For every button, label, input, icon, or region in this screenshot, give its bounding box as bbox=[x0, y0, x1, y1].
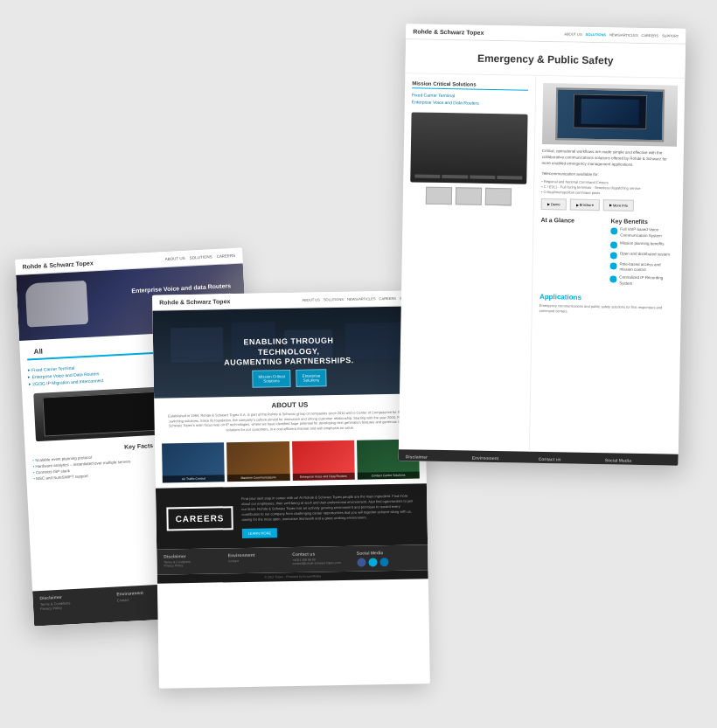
front-footer-col-2: Environment Contact bbox=[471, 455, 538, 466]
front-device-img bbox=[410, 112, 527, 184]
front-features-title: Telecommunication available for: bbox=[541, 171, 676, 178]
mid-footer-col-social: Social Media bbox=[357, 550, 421, 567]
front-btn-2[interactable] bbox=[455, 187, 481, 205]
mid-hero-title: ENABLING THROUGH TECHNOLOGY,AUGMENTING P… bbox=[220, 336, 357, 369]
mid-footer-col-env: Environment Contact bbox=[228, 551, 293, 569]
back-train-shape bbox=[25, 281, 89, 328]
front-monitor-screen bbox=[574, 94, 647, 130]
front-benefits-title: Key Benefits bbox=[610, 218, 675, 225]
mid-img-maritime: Maritime Communications bbox=[226, 441, 289, 482]
front-benefit-dot-1 bbox=[610, 228, 617, 235]
back-logo: Rohde & Schwarz Topex bbox=[22, 260, 93, 269]
mid-nav-link-3[interactable]: NEWS/ARTICLES bbox=[347, 296, 376, 302]
mid-img-maritime-label: Maritime Communications bbox=[227, 474, 289, 482]
front-footer-col-4: Social Media bbox=[604, 457, 671, 465]
mid-img-atc: Air Traffic Control bbox=[162, 443, 225, 483]
front-left-panel: Mission Critical Solutions Fixed Carrier… bbox=[399, 73, 536, 452]
front-benefit-4: Role-based access and mission control bbox=[609, 261, 674, 274]
front-device-port-2 bbox=[442, 175, 468, 179]
mid-careers-bracket: CAREERS bbox=[166, 506, 233, 530]
back-footer-col-1: Disclaimer Terms & Conditions Privacy Po… bbox=[39, 593, 100, 622]
front-nav-careers[interactable]: CAREERS bbox=[642, 33, 658, 38]
front-benefit-dot-3 bbox=[610, 252, 617, 259]
front-benefit-2: Mission planning benefits bbox=[610, 240, 675, 249]
front-action-btn-1[interactable]: ▶ Demo bbox=[541, 198, 567, 211]
mid-hero-boxes: Mission CriticalSolutions EnterpriseSolu… bbox=[252, 369, 326, 387]
front-benefit-5: Centralized IP Recording System bbox=[609, 275, 674, 288]
twitter-icon[interactable] bbox=[368, 558, 377, 567]
front-content: Mission Critical Solutions Fixed Carrier… bbox=[399, 73, 685, 454]
front-device-port-4 bbox=[497, 176, 522, 180]
front-logo: Rohde & Schwarz Topex bbox=[413, 28, 484, 35]
mid-careers-btn[interactable]: LEARN MORE bbox=[242, 529, 278, 539]
back-nav-link-2[interactable]: SOLUTIONS bbox=[189, 254, 212, 260]
mid-nav-links: ABOUT US SOLUTIONS NEWS/ARTICLES CAREERS… bbox=[302, 295, 416, 302]
mid-hero-box-1[interactable]: Mission CriticalSolutions bbox=[252, 370, 291, 388]
mid-img-contact-label: Contact Centre Solutions bbox=[357, 472, 419, 480]
front-nav-links: ABOUT US SOLUTIONS NEWS/ARTICLES CAREERS… bbox=[564, 31, 679, 38]
svg-rect-0 bbox=[171, 327, 224, 363]
front-benefit-dot-2 bbox=[610, 241, 617, 248]
back-nav-link-3[interactable]: CAREERS bbox=[216, 253, 235, 259]
mid-nav-link-4[interactable]: CAREERS bbox=[379, 296, 396, 301]
mid-careers-text: Find your next step in career with us! A… bbox=[241, 494, 417, 523]
mid-footer-col-contact: Contact us +4021 408 90 60 contact@rohde… bbox=[292, 551, 357, 568]
front-page-title-text: Emergency & Public Safety bbox=[477, 52, 614, 67]
front-key-benefits: Key Benefits Full VoIP based Voice Commu… bbox=[609, 218, 675, 290]
front-left-section: Mission Critical Solutions Fixed Carrier… bbox=[412, 80, 528, 107]
front-device-photo-inner bbox=[555, 87, 664, 142]
mid-hero-content: ENABLING THROUGH TECHNOLOGY,AUGMENTING P… bbox=[220, 336, 357, 369]
front-benefit-3: Open and distributed system bbox=[610, 251, 675, 260]
front-benefit-dot-4 bbox=[610, 262, 617, 269]
front-applications-text: Emergency communications and public safe… bbox=[539, 303, 674, 315]
front-nav-news[interactable]: NEWS/ARTICLES bbox=[609, 32, 638, 38]
mid-img-enterprise-label: Enterprise Voice and Data Routers bbox=[292, 473, 354, 481]
front-footer-col-3: Contact us +4021 408 90 60 bbox=[538, 456, 604, 466]
front-left-link-2[interactable]: Enterprise Voice and Data Routers bbox=[412, 98, 528, 107]
front-right-text-1: Critical, operational workflows are made… bbox=[542, 149, 677, 169]
front-device-ports bbox=[414, 174, 522, 179]
mid-logo: Rohde & Schwarz Topex bbox=[159, 298, 230, 305]
front-device-photo bbox=[542, 83, 678, 147]
screenshot-mid: Rohde & Schwarz Topex ABOUT US SOLUTIONS… bbox=[152, 290, 430, 688]
front-action-btn-3[interactable]: ▶ More Info bbox=[603, 199, 634, 211]
front-device-port-1 bbox=[414, 174, 440, 178]
front-applications-title: Applications bbox=[539, 293, 674, 303]
mid-img-atc-label: Air Traffic Control bbox=[163, 475, 225, 483]
facebook-icon[interactable] bbox=[357, 558, 365, 567]
mid-images-row: Air Traffic Control Maritime Communicati… bbox=[155, 434, 427, 489]
front-nav-about[interactable]: ABOUT US bbox=[564, 31, 581, 36]
front-btn-1[interactable] bbox=[425, 187, 451, 205]
mid-nav-link-2[interactable]: SOLUTIONS bbox=[324, 297, 344, 302]
front-action-btn-2[interactable]: ▶ Brochure bbox=[569, 199, 600, 211]
mid-hero-box-2[interactable]: EnterpriseSolutions bbox=[296, 369, 326, 387]
mid-careers-section: CAREERS Find your next step in career wi… bbox=[156, 484, 428, 550]
back-nav-link-1[interactable]: ABOUT US bbox=[165, 256, 185, 261]
mid-about-text: Established in 1994, Rohde & Schwarz Top… bbox=[163, 409, 416, 433]
screenshot-front: Rohde & Schwarz Topex ABOUT US SOLUTIONS… bbox=[399, 24, 686, 466]
front-screen-content bbox=[581, 98, 639, 125]
mid-about-section: ABOUT US Established in 1994, Rohde & Sc… bbox=[154, 393, 426, 439]
mid-nav-link-1[interactable]: ABOUT US bbox=[302, 297, 319, 302]
mid-img-enterprise: Enterprise Voice and Data Routers bbox=[292, 440, 355, 481]
linkedin-icon[interactable] bbox=[379, 558, 388, 566]
front-benefit-1: Full VoIP based Voice Communication Syst… bbox=[610, 227, 675, 239]
front-page-title: Emergency & Public Safety bbox=[405, 39, 686, 79]
front-device-port-3 bbox=[470, 176, 495, 180]
front-benefit-dot-5 bbox=[609, 276, 616, 283]
front-right-panel: Critical, operational workflows are made… bbox=[530, 76, 685, 454]
front-ataglance-title: At a Glance bbox=[540, 217, 605, 224]
back-nav-links: ABOUT US SOLUTIONS CAREERS bbox=[165, 253, 236, 261]
front-btn-3[interactable] bbox=[484, 188, 511, 206]
front-nav-support[interactable]: SUPPORT bbox=[662, 33, 679, 38]
mid-hero: ENABLING THROUGH TECHNOLOGY,AUGMENTING P… bbox=[152, 306, 425, 398]
front-nav-solutions[interactable]: SOLUTIONS bbox=[586, 32, 606, 37]
front-left-title: Mission Critical Solutions bbox=[412, 80, 528, 90]
scene: Rohde & Schwarz Topex ABOUT US SOLUTIONS… bbox=[0, 0, 717, 728]
front-at-a-glance: At a Glance bbox=[539, 217, 605, 288]
mid-footer-col-disclaimer: Disclaimer Terms & Conditions Privacy Po… bbox=[164, 553, 228, 571]
